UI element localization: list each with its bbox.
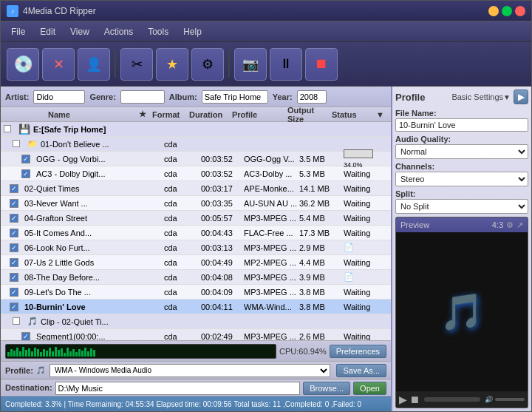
file-name-field: File Name: (395, 109, 528, 132)
menu-file[interactable]: File (4, 24, 33, 40)
track-6[interactable]: ✓ 06-Look No Furt... cda 00:03:13 MP3-MP… (1, 240, 391, 255)
duration-col-header[interactable]: Duration (189, 110, 232, 119)
dest-input[interactable] (55, 382, 301, 395)
format-col-header[interactable]: Format (152, 110, 189, 119)
track-3[interactable]: ✓ 03-Never Want ... cda 00:03:35 AU-SUN … (1, 196, 391, 211)
album-input[interactable] (202, 90, 268, 104)
maximize-button[interactable] (502, 6, 512, 16)
status-col-header[interactable]: Status (332, 110, 376, 119)
status-bar: Completed: 3.3% | Time Remaining: 04:55:… (1, 396, 391, 411)
audio-quality-field: Audio Quality: Normal (395, 135, 528, 159)
channels-select[interactable]: Stereo (395, 172, 528, 186)
track-ogg-checkbox[interactable]: ✓ (21, 155, 30, 163)
genre-input[interactable] (120, 90, 165, 104)
file-list[interactable]: Name ★ Format Duration Profile Output Si… (1, 107, 391, 340)
wave-bar (66, 348, 69, 357)
track7-checkbox[interactable]: ✓ (10, 258, 18, 267)
stop-button[interactable]: ✕ (42, 48, 75, 81)
play-button[interactable]: ▶ (399, 394, 407, 405)
track-8[interactable]: ✓ 08-The Day Before... cda 00:04:08 MP3-… (1, 270, 391, 285)
menu-help[interactable]: Help (176, 24, 209, 40)
menu-view[interactable]: View (63, 24, 97, 40)
split-select[interactable]: No Split (395, 199, 528, 214)
preview-settings-icon[interactable]: ⚙ (506, 220, 514, 230)
track4-checkbox[interactable]: ✓ (10, 214, 18, 223)
ogg-progress-bar (344, 149, 373, 158)
track8-checkbox[interactable]: ✓ (10, 273, 18, 282)
basic-settings-label[interactable]: Basic Settings (451, 92, 503, 101)
save-as-button[interactable]: Save As... (336, 364, 386, 377)
folder-icon-clip: 🎵 (27, 317, 38, 326)
artist-input[interactable] (33, 90, 85, 104)
star-button[interactable]: ★ (156, 48, 188, 81)
track9-checkbox[interactable]: ✓ (10, 288, 18, 297)
minimize-button[interactable] (488, 6, 499, 16)
profile-select[interactable]: WMA - Windows Media Audio (50, 364, 331, 377)
stop-playback-button[interactable]: ⏹ (409, 394, 420, 405)
expand-button[interactable]: ▶ (514, 90, 528, 104)
name-col-header[interactable]: Name (18, 110, 139, 119)
camera-button[interactable]: 📷 (234, 48, 267, 81)
profile-col-header[interactable]: Profile (232, 110, 287, 119)
artist-label: Artist: (5, 92, 29, 101)
cd-rip-button[interactable]: 💿 (7, 48, 39, 81)
segment-1[interactable]: ✓ Segment1(00:00:... cda 00:02:49 MP3-MP… (1, 329, 391, 340)
track3-checkbox[interactable]: ✓ (10, 199, 18, 208)
open-button[interactable]: Open (353, 382, 386, 395)
track-2[interactable]: ✓ 02-Quiet Times cda 00:03:17 APE-Monke.… (1, 181, 391, 196)
track-ac3[interactable]: ✓ AC3 - Dolby Digit... cda 00:03:52 AC3-… (1, 166, 391, 181)
preview-expand-icon[interactable]: ↗ (516, 220, 523, 230)
track-3-name: 03-Never Want ... (24, 199, 151, 208)
clip-group[interactable]: 🎵 Clip - 02-Quiet Ti... (1, 314, 391, 329)
menu-tools[interactable]: Tools (140, 24, 176, 40)
chevron-down-icon: ▼ (503, 93, 511, 101)
track-5[interactable]: ✓ 05-It Comes And... cda 00:04:43 FLAC-F… (1, 226, 391, 240)
wave-bar (81, 351, 83, 357)
track-ogg[interactable]: ✓ OGG - Ogg Vorbi... cda 00:03:52 OGG-Og… (1, 152, 391, 166)
cut-button[interactable]: ✂ (120, 48, 153, 81)
app-icon: ♪ (7, 5, 18, 17)
wave-bar (78, 349, 81, 356)
profile-bar: Profile: 🎵 WMA - Windows Media Audio Sav… (1, 361, 391, 379)
menu-edit[interactable]: Edit (33, 24, 63, 40)
time-progress-bar[interactable] (424, 397, 480, 402)
track-group-1-name: 01-Don't Believe ... (41, 140, 151, 149)
settings-button[interactable]: ⚙ (191, 48, 224, 81)
toolbar-divider2 (228, 51, 230, 78)
track-ac3-checkbox[interactable]: ✓ (21, 169, 30, 178)
wave-bar (72, 349, 75, 357)
track5-checkbox[interactable]: ✓ (10, 229, 18, 237)
preferences-button[interactable]: Preferences (330, 345, 386, 358)
track6-checkbox[interactable]: ✓ (10, 243, 18, 252)
volume-slider[interactable] (495, 398, 525, 401)
track-7[interactable]: ✓ 07-Us 2 Little Gods cda 00:04:49 MP2-M… (1, 255, 391, 270)
track-9[interactable]: ✓ 09-Let's Do The ... cda 00:04:09 MP3-M… (1, 285, 391, 300)
track-10[interactable]: ✓ 10-Burnin' Love cda 00:04:11 WMA-Wind.… (1, 300, 391, 314)
track2-checkbox[interactable]: ✓ (10, 184, 18, 193)
outsize-col-header[interactable]: Output Size (287, 107, 332, 124)
pause-button[interactable]: ⏸ (270, 48, 302, 81)
preview-area: Preview 4:3 ⚙ ↗ 🎵 ▶ ⏹ 🔊 (395, 217, 528, 408)
segment1-checkbox[interactable]: ✓ (21, 332, 30, 340)
volume-icon: 🔊 (485, 396, 493, 403)
dest-label: Destination: (5, 383, 52, 392)
browse-button[interactable]: Browse... (303, 382, 350, 395)
wave-bar (52, 351, 54, 356)
app-window: ♪ 4Media CD Ripper File Edit View Action… (0, 0, 532, 412)
stop2-button[interactable]: ⏹ (305, 48, 338, 81)
close-button[interactable] (515, 6, 525, 16)
preview-header: Preview 4:3 ⚙ ↗ (396, 217, 528, 232)
year-input[interactable] (297, 90, 327, 104)
file-name-input[interactable] (395, 118, 528, 132)
track-4[interactable]: ✓ 04-Grafton Street cda 00:05:57 MP3-MPE… (1, 211, 391, 226)
wave-bar (64, 353, 66, 357)
sort-col-header[interactable]: ▼ (376, 110, 388, 119)
audio-quality-select[interactable]: Normal (395, 144, 528, 159)
menu-actions[interactable]: Actions (97, 24, 140, 40)
cpu-label: CPU:60.94% (279, 347, 327, 356)
profile-button[interactable]: 👤 (78, 48, 110, 81)
track-group-1[interactable]: 📁 01-Don't Believe ... cda (1, 137, 391, 152)
main-content: Artist: Genre: Album: Year: Name ★ Forma… (1, 87, 531, 411)
drive-row[interactable]: 💾 E:[Safe Trip Home] (1, 122, 391, 137)
track10-checkbox[interactable]: ✓ (10, 303, 18, 311)
